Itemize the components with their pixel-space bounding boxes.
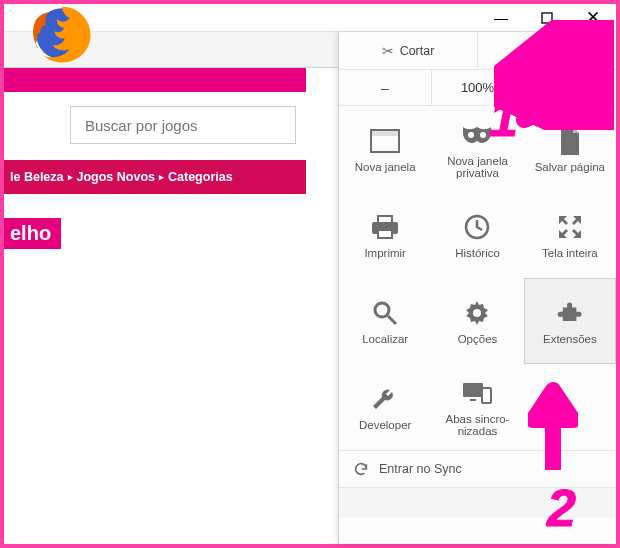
edit-actions-row: ✂ Cortar Co bbox=[339, 32, 616, 70]
zoom-row: – 100% + bbox=[339, 70, 616, 106]
svg-rect-19 bbox=[463, 383, 483, 397]
chevron-right-icon: ▸ bbox=[68, 172, 73, 182]
fullscreen-button[interactable]: Tela inteira bbox=[524, 192, 616, 278]
svg-rect-8 bbox=[371, 130, 399, 136]
svg-point-18 bbox=[473, 309, 481, 317]
menu-item-label: Tela inteira bbox=[542, 247, 598, 259]
svg-point-15 bbox=[375, 303, 389, 317]
zoom-out-button[interactable]: – bbox=[339, 70, 432, 105]
clock-icon bbox=[459, 211, 495, 243]
printer-icon bbox=[367, 211, 403, 243]
menu-item-label: Developer bbox=[359, 419, 411, 431]
nav-item-categories[interactable]: Categorias bbox=[168, 170, 233, 184]
window-minimize-button[interactable]: — bbox=[478, 4, 524, 32]
svg-point-9 bbox=[468, 132, 474, 138]
menu-footer bbox=[339, 488, 616, 518]
svg-rect-6 bbox=[534, 45, 541, 53]
hamburger-menu-panel: ✂ Cortar Co – 100% + Nova janela bbox=[338, 32, 616, 544]
sync-signin-button[interactable]: Entrar no Sync bbox=[339, 450, 616, 488]
new-window-button[interactable]: Nova janela bbox=[339, 106, 431, 192]
svg-rect-21 bbox=[482, 388, 491, 403]
empty-cell bbox=[524, 364, 616, 450]
menu-item-label: Nova janela bbox=[355, 161, 416, 173]
menu-item-label: Localizar bbox=[362, 333, 408, 345]
menu-item-label: Imprimir bbox=[364, 247, 406, 259]
save-page-button[interactable]: Salvar página bbox=[524, 106, 616, 192]
site-nav-bar: le Beleza ▸ Jogos Novos ▸ Categorias bbox=[4, 160, 306, 194]
menu-item-label: Extensões bbox=[543, 333, 597, 345]
puzzle-icon bbox=[552, 297, 588, 329]
copy-label: Co bbox=[549, 44, 565, 58]
sync-icon bbox=[353, 461, 369, 477]
addons-button[interactable]: Extensões bbox=[524, 278, 616, 364]
nav-item-new-games[interactable]: Jogos Novos bbox=[77, 170, 156, 184]
svg-point-10 bbox=[480, 132, 486, 138]
search-input[interactable] bbox=[70, 106, 296, 144]
menu-item-label: Nova janela privativa bbox=[433, 155, 521, 179]
developer-button[interactable]: Developer bbox=[339, 364, 431, 450]
window-close-button[interactable]: ✕ bbox=[570, 4, 616, 32]
window-maximize-button[interactable] bbox=[524, 4, 570, 32]
history-button[interactable]: Histórico bbox=[431, 192, 523, 278]
search-icon bbox=[367, 297, 403, 329]
page-icon bbox=[552, 125, 588, 157]
cut-label: Cortar bbox=[400, 44, 435, 58]
svg-rect-0 bbox=[542, 13, 552, 23]
menu-item-label: Histórico bbox=[455, 247, 500, 259]
find-button[interactable]: Localizar bbox=[339, 278, 431, 364]
menu-item-label: Salvar página bbox=[535, 161, 605, 173]
zoom-in-button[interactable]: + bbox=[524, 70, 616, 105]
chevron-right-icon: ▸ bbox=[159, 172, 164, 182]
options-button[interactable]: Opções bbox=[431, 278, 523, 364]
site-header-stripe bbox=[4, 68, 306, 92]
firefox-window: — ✕ le Beleza ▸ bbox=[4, 4, 616, 544]
synced-tabs-button[interactable]: Abas sincro- nizadas bbox=[431, 364, 523, 450]
zoom-level-value[interactable]: 100% bbox=[432, 70, 525, 105]
private-window-button[interactable]: Nova janela privativa bbox=[431, 106, 523, 192]
nav-item-beauty[interactable]: le Beleza bbox=[10, 170, 64, 184]
menu-item-label: Opções bbox=[458, 333, 498, 345]
svg-rect-20 bbox=[470, 399, 476, 401]
svg-line-16 bbox=[388, 316, 396, 324]
svg-rect-13 bbox=[378, 230, 392, 238]
svg-rect-12 bbox=[378, 216, 392, 223]
sync-label: Entrar no Sync bbox=[379, 462, 462, 476]
fullscreen-icon bbox=[552, 211, 588, 243]
window-icon bbox=[367, 125, 403, 157]
wrench-icon bbox=[367, 383, 403, 415]
copy-button[interactable]: Co bbox=[478, 32, 616, 69]
site-search bbox=[70, 106, 296, 144]
firefox-logo-icon bbox=[28, 0, 96, 68]
print-button[interactable]: Imprimir bbox=[339, 192, 431, 278]
menu-grid: Nova janela Nova janela privativa Salvar… bbox=[339, 106, 616, 450]
mask-icon bbox=[459, 119, 495, 151]
cut-button[interactable]: ✂ Cortar bbox=[339, 32, 478, 69]
copy-icon bbox=[529, 44, 543, 58]
menu-item-label: Abas sincro- nizadas bbox=[446, 413, 510, 437]
scissors-icon: ✂ bbox=[382, 43, 394, 59]
devices-icon bbox=[459, 377, 495, 409]
gear-icon bbox=[459, 297, 495, 329]
game-title-fragment: elho bbox=[4, 218, 61, 249]
